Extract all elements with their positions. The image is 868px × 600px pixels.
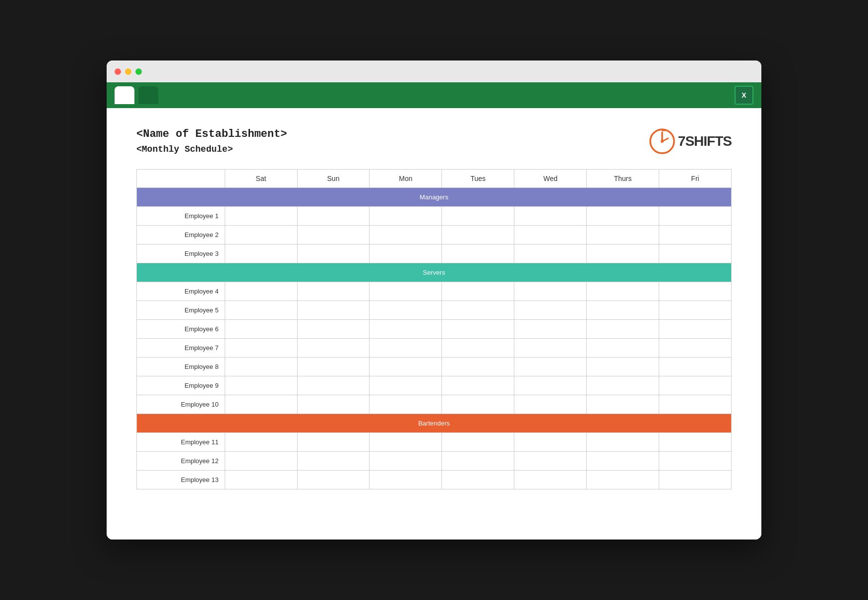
schedule-cell[interactable] — [587, 452, 659, 471]
schedule-cell[interactable] — [659, 339, 732, 358]
schedule-cell[interactable] — [587, 339, 659, 358]
schedule-cell[interactable] — [370, 244, 442, 263]
schedule-cell[interactable] — [297, 376, 370, 395]
excel-export-button[interactable]: X​​ — [735, 86, 753, 105]
schedule-cell[interactable] — [514, 339, 587, 358]
schedule-cell[interactable] — [442, 320, 514, 339]
schedule-cell[interactable] — [370, 226, 442, 244]
schedule-cell[interactable] — [225, 339, 297, 358]
schedule-cell[interactable] — [587, 376, 659, 395]
schedule-cell[interactable] — [225, 395, 297, 414]
schedule-cell[interactable] — [514, 320, 587, 339]
schedule-cell[interactable] — [370, 301, 442, 320]
schedule-cell[interactable] — [297, 471, 370, 489]
schedule-cell[interactable] — [442, 471, 514, 489]
schedule-cell[interactable] — [514, 452, 587, 471]
schedule-cell[interactable] — [370, 433, 442, 452]
schedule-cell[interactable] — [297, 207, 370, 226]
schedule-cell[interactable] — [659, 301, 732, 320]
schedule-cell[interactable] — [225, 301, 297, 320]
schedule-cell[interactable] — [514, 358, 587, 376]
schedule-cell[interactable] — [225, 244, 297, 263]
schedule-cell[interactable] — [225, 471, 297, 489]
schedule-cell[interactable] — [587, 358, 659, 376]
schedule-cell[interactable] — [225, 452, 297, 471]
schedule-cell[interactable] — [442, 207, 514, 226]
schedule-cell[interactable] — [514, 433, 587, 452]
schedule-cell[interactable] — [370, 358, 442, 376]
schedule-cell[interactable] — [587, 226, 659, 244]
schedule-cell[interactable] — [659, 395, 732, 414]
browser-bar: X​​ — [107, 82, 761, 108]
schedule-cell[interactable] — [587, 320, 659, 339]
schedule-cell[interactable] — [659, 226, 732, 244]
employee-name-cell: Employee 5 — [137, 301, 225, 320]
schedule-cell[interactable] — [225, 282, 297, 301]
schedule-cell[interactable] — [514, 226, 587, 244]
schedule-cell[interactable] — [587, 244, 659, 263]
tab-inactive[interactable] — [138, 86, 158, 104]
schedule-cell[interactable] — [442, 433, 514, 452]
schedule-cell[interactable] — [659, 358, 732, 376]
schedule-cell[interactable] — [514, 207, 587, 226]
schedule-cell[interactable] — [297, 320, 370, 339]
minimize-button[interactable] — [125, 68, 131, 75]
schedule-cell[interactable] — [370, 452, 442, 471]
schedule-cell[interactable] — [442, 395, 514, 414]
schedule-cell[interactable] — [225, 207, 297, 226]
fullscreen-button[interactable] — [135, 68, 142, 75]
schedule-cell[interactable] — [659, 320, 732, 339]
tab-active[interactable] — [115, 86, 134, 104]
schedule-cell[interactable] — [225, 433, 297, 452]
schedule-cell[interactable] — [370, 320, 442, 339]
schedule-cell[interactable] — [297, 226, 370, 244]
schedule-cell[interactable] — [225, 376, 297, 395]
schedule-cell[interactable] — [587, 207, 659, 226]
schedule-cell[interactable] — [659, 207, 732, 226]
schedule-cell[interactable] — [514, 282, 587, 301]
schedule-cell[interactable] — [297, 301, 370, 320]
schedule-cell[interactable] — [659, 282, 732, 301]
schedule-cell[interactable] — [370, 207, 442, 226]
schedule-cell[interactable] — [370, 339, 442, 358]
schedule-cell[interactable] — [442, 376, 514, 395]
schedule-cell[interactable] — [514, 244, 587, 263]
schedule-cell[interactable] — [587, 471, 659, 489]
schedule-cell[interactable] — [659, 244, 732, 263]
schedule-cell[interactable] — [442, 244, 514, 263]
schedule-cell[interactable] — [587, 282, 659, 301]
schedule-cell[interactable] — [659, 452, 732, 471]
schedule-cell[interactable] — [297, 358, 370, 376]
schedule-cell[interactable] — [297, 452, 370, 471]
schedule-cell[interactable] — [514, 376, 587, 395]
schedule-cell[interactable] — [297, 395, 370, 414]
schedule-cell[interactable] — [225, 358, 297, 376]
schedule-cell[interactable] — [225, 320, 297, 339]
schedule-cell[interactable] — [297, 244, 370, 263]
schedule-cell[interactable] — [442, 452, 514, 471]
schedule-cell[interactable] — [514, 301, 587, 320]
schedule-cell[interactable] — [370, 282, 442, 301]
schedule-cell[interactable] — [442, 226, 514, 244]
schedule-cell[interactable] — [442, 358, 514, 376]
schedule-cell[interactable] — [297, 282, 370, 301]
schedule-cell[interactable] — [587, 433, 659, 452]
schedule-cell[interactable] — [370, 395, 442, 414]
schedule-cell[interactable] — [659, 376, 732, 395]
schedule-cell[interactable] — [370, 376, 442, 395]
schedule-cell[interactable] — [587, 395, 659, 414]
schedule-cell[interactable] — [297, 339, 370, 358]
schedule-cell[interactable] — [297, 433, 370, 452]
schedule-cell[interactable] — [514, 395, 587, 414]
schedule-cell[interactable] — [442, 282, 514, 301]
close-button[interactable] — [115, 68, 121, 75]
schedule-cell[interactable] — [514, 471, 587, 489]
schedule-cell[interactable] — [442, 339, 514, 358]
schedule-cell[interactable] — [587, 301, 659, 320]
schedule-cell[interactable] — [225, 226, 297, 244]
column-header-tues: Tues — [442, 170, 514, 188]
schedule-cell[interactable] — [659, 471, 732, 489]
schedule-cell[interactable] — [442, 301, 514, 320]
schedule-cell[interactable] — [370, 471, 442, 489]
schedule-cell[interactable] — [659, 433, 732, 452]
